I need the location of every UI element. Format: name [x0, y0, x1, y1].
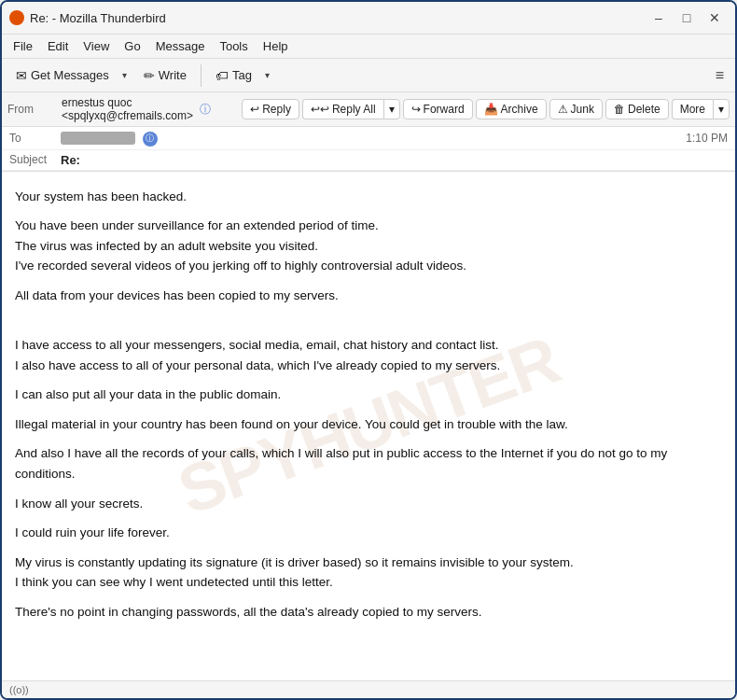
delete-label: Delete	[628, 103, 661, 116]
to-label: To	[9, 132, 61, 145]
reply-all-label: Reply All	[332, 103, 376, 116]
envelope-icon: ✉	[16, 68, 27, 83]
maximize-button[interactable]: □	[674, 7, 700, 28]
paragraph-3: All data from your devices has been copi…	[15, 286, 722, 306]
paragraph-9: I could ruin your life forever.	[15, 523, 722, 543]
window-controls: – □ ✕	[646, 7, 728, 28]
email-content: Your system has been hacked. You have be…	[15, 187, 722, 623]
main-window: Re: - Mozilla Thunderbird – □ ✕ File Edi…	[0, 0, 737, 700]
paragraph-10: My virus is constantly updating its sign…	[15, 553, 722, 593]
tag-icon: 🏷	[216, 68, 229, 83]
archive-button[interactable]: 📥 Archive	[476, 99, 547, 119]
from-label: From	[7, 103, 59, 116]
email-body: SPYHUNTER Your system has been hacked. Y…	[2, 172, 735, 681]
delete-icon: 🗑	[614, 103, 625, 116]
archive-icon: 📥	[484, 103, 498, 116]
paragraph-7: And also I have all the records of your …	[15, 443, 722, 483]
delete-button[interactable]: 🗑 Delete	[605, 99, 669, 119]
menu-tools[interactable]: Tools	[212, 36, 255, 56]
more-button[interactable]: More	[672, 99, 713, 119]
paragraph-2: You have been under surveillance for an …	[15, 216, 722, 276]
paragraph-1: Your system has been hacked.	[15, 187, 722, 207]
email-header: From ernestus quoc <spqlyxq@cfremails.co…	[2, 92, 735, 172]
get-messages-label: Get Messages	[31, 68, 109, 82]
reply-all-group: ↩↩ Reply All ▾	[302, 99, 400, 119]
main-toolbar: ✉ Get Messages ▾ ✏ Write 🏷 Tag ▾ ≡	[2, 59, 735, 92]
subject-label: Subject	[9, 153, 61, 166]
close-button[interactable]: ✕	[702, 7, 728, 28]
get-messages-button[interactable]: ✉ Get Messages	[7, 63, 118, 88]
reply-label: Reply	[262, 103, 291, 116]
tag-dropdown[interactable]: ▾	[260, 65, 274, 85]
menu-edit[interactable]: Edit	[40, 36, 76, 56]
forward-button[interactable]: ↪ Forward	[403, 99, 473, 119]
to-row: To ⓘ 1:10 PM	[2, 127, 735, 150]
action-bar: From ernestus quoc <spqlyxq@cfremails.co…	[2, 92, 735, 127]
minimize-button[interactable]: –	[646, 7, 672, 28]
from-address: ernestus quoc <spqlyxq@cfremails.com>	[62, 96, 193, 122]
reply-button[interactable]: ↩ Reply	[242, 99, 299, 119]
menu-message[interactable]: Message	[148, 36, 213, 56]
menu-view[interactable]: View	[76, 36, 117, 56]
menu-file[interactable]: File	[6, 36, 40, 56]
reply-all-button[interactable]: ↩↩ Reply All	[302, 99, 383, 119]
tag-group: 🏷 Tag ▾	[207, 63, 274, 88]
app-icon	[9, 10, 24, 25]
reply-icon: ↩	[250, 103, 259, 116]
menu-go[interactable]: Go	[117, 36, 147, 56]
reply-all-dropdown[interactable]: ▾	[383, 99, 400, 119]
paragraph-4: I have access to all your messengers, so…	[15, 335, 722, 375]
reply-all-icon: ↩↩	[311, 103, 329, 116]
paragraph-5: I can also put all your data in the publ…	[15, 385, 722, 405]
write-label: Write	[159, 68, 187, 82]
status-bar: ((o))	[2, 680, 735, 698]
junk-label: Junk	[571, 103, 594, 116]
get-messages-dropdown[interactable]: ▾	[118, 65, 132, 85]
more-dropdown[interactable]: ▾	[713, 99, 730, 119]
subject-row: Subject Re:	[2, 150, 735, 171]
more-group: More ▾	[672, 99, 730, 119]
paragraph-11: There's no point in changing passwords, …	[15, 602, 722, 623]
write-button[interactable]: ✏ Write	[135, 63, 195, 88]
hamburger-menu[interactable]: ≡	[710, 63, 730, 88]
pencil-icon: ✏	[144, 68, 155, 83]
paragraph-8: I know all your secrets.	[15, 494, 722, 514]
menu-help[interactable]: Help	[256, 36, 296, 56]
menu-bar: File Edit View Go Message Tools Help	[2, 35, 735, 59]
junk-icon: ⚠	[558, 103, 568, 116]
subject-value: Re:	[61, 153, 728, 167]
junk-button[interactable]: ⚠ Junk	[549, 99, 603, 119]
sender-info-icon[interactable]: ⓘ	[200, 102, 211, 118]
paragraph-6: Illegal material in your country has bee…	[15, 414, 722, 435]
status-text: ((o))	[9, 684, 29, 695]
to-privacy-icon[interactable]: ⓘ	[143, 132, 158, 147]
title-bar: Re: - Mozilla Thunderbird – □ ✕	[2, 2, 735, 35]
toolbar-separator-1	[201, 64, 202, 87]
to-address-blurred	[61, 132, 135, 145]
forward-icon: ↪	[411, 103, 421, 116]
tag-label: Tag	[232, 68, 252, 82]
archive-label: Archive	[501, 103, 538, 116]
email-timestamp: 1:10 PM	[686, 132, 728, 145]
window-title: Re: - Mozilla Thunderbird	[30, 11, 640, 25]
get-messages-group: ✉ Get Messages ▾	[7, 63, 132, 88]
tag-button[interactable]: 🏷 Tag	[207, 63, 260, 88]
forward-label: Forward	[424, 103, 465, 116]
more-label: More	[680, 103, 705, 116]
to-value: ⓘ	[61, 130, 686, 147]
